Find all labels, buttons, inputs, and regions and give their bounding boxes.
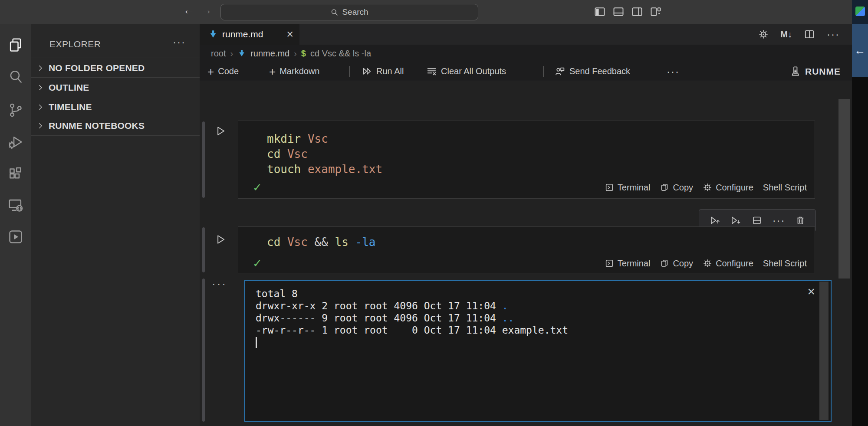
cell-more-actions-icon[interactable]: ··· xyxy=(773,215,786,226)
tab-close-icon[interactable]: × xyxy=(286,29,293,40)
remote-explorer-icon[interactable] xyxy=(7,197,24,213)
search-icon xyxy=(330,8,339,16)
code-line[interactable]: cd Vsc xyxy=(267,147,815,162)
plus-icon: + xyxy=(269,66,276,77)
copy-cell-button[interactable]: Copy xyxy=(660,183,693,193)
markdown-preview-icon[interactable]: M↓ xyxy=(780,29,792,39)
play-icon xyxy=(214,125,227,137)
configure-cell-button[interactable]: Configure xyxy=(703,183,753,193)
source-control-icon[interactable] xyxy=(7,102,24,118)
code-line[interactable]: touch example.txt xyxy=(267,162,815,177)
chevron-right-icon xyxy=(36,122,44,130)
notebook-toolbar: + Code + Markdown Run All Clear All Outp… xyxy=(200,62,852,81)
command-center-search[interactable]: Search xyxy=(220,4,478,20)
output-line: -rw-r--r-- 1 root root 0 Oct 17 11:04 ex… xyxy=(256,324,831,336)
execute-above-icon[interactable] xyxy=(709,215,720,226)
editor-scrollbar-thumb[interactable] xyxy=(838,99,850,279)
code-line[interactable]: mkdir Vsc xyxy=(267,131,815,147)
cell-focus-indicator[interactable] xyxy=(202,121,205,198)
sidebar-section-no-folder-opened[interactable]: NO FOLDER OPENED xyxy=(31,58,200,78)
breadcrumb-root[interactable]: root xyxy=(211,49,226,59)
copy-icon xyxy=(660,183,669,192)
output-scrollbar[interactable] xyxy=(819,282,829,420)
run-and-debug-icon[interactable] xyxy=(7,134,24,151)
history-forward-button[interactable]: → xyxy=(199,3,214,17)
run-all-button[interactable]: Run All xyxy=(362,62,404,81)
notebook-body: mkdir Vsc cd Vsc touch example.txt ✓ Ter… xyxy=(200,81,852,426)
terminal-icon xyxy=(605,183,614,192)
close-output-icon[interactable]: × xyxy=(807,285,815,298)
success-check-icon: ✓ xyxy=(253,257,262,270)
external-window-toolbar: ← xyxy=(852,24,868,77)
breadcrumb-separator: › xyxy=(294,49,297,59)
clear-all-outputs-icon xyxy=(426,66,437,77)
send-feedback-button[interactable]: Send Feedback xyxy=(555,62,630,81)
title-bar: ← → Search xyxy=(0,0,852,24)
cell-status-bar: ✓ Terminal Copy Configure S xyxy=(251,179,807,196)
toolbar-separator xyxy=(349,66,350,77)
cell-focus-indicator[interactable] xyxy=(202,227,205,272)
external-window-tab-strip xyxy=(852,0,868,24)
runme-brand-button[interactable]: RUNME xyxy=(789,62,841,81)
sidebar-section-runme-notebooks[interactable]: RUNME NOTEBOOKS xyxy=(31,116,200,136)
toggle-panel-icon[interactable] xyxy=(612,6,625,18)
add-markdown-cell-button[interactable]: + Markdown xyxy=(269,62,319,81)
output-menu-icon[interactable]: ··· xyxy=(212,277,227,291)
send-feedback-icon xyxy=(555,66,566,77)
cell-language-label[interactable]: Shell Script xyxy=(763,183,807,193)
delete-cell-icon[interactable] xyxy=(795,215,806,226)
run-cell-button[interactable] xyxy=(214,233,227,246)
add-code-cell-button[interactable]: + Code xyxy=(207,62,239,81)
plus-icon: + xyxy=(207,66,214,77)
sidebar-more-actions[interactable]: ··· xyxy=(173,36,186,48)
customize-layout-icon[interactable] xyxy=(650,6,662,18)
sidebar-section-outline[interactable]: OUTLINE xyxy=(31,77,200,97)
sidebar-section-timeline[interactable]: TIMELINE xyxy=(31,97,200,117)
code-cell[interactable]: mkdir Vsc cd Vsc touch example.txt ✓ Ter… xyxy=(238,121,815,199)
toggle-primary-sidebar-icon[interactable] xyxy=(594,6,606,18)
chevron-right-icon xyxy=(36,64,44,72)
toolbar-more-actions-icon[interactable]: ··· xyxy=(667,62,680,81)
history-back-button[interactable]: ← xyxy=(181,3,196,17)
terminal-output[interactable]: total 8 drwxr-xr-x 2 root root 4096 Oct … xyxy=(244,280,832,422)
external-window-edge: ← xyxy=(852,0,868,426)
activity-bar xyxy=(0,24,31,426)
configure-cell-button[interactable]: Configure xyxy=(703,259,753,269)
editor-more-actions-icon[interactable]: ··· xyxy=(827,29,840,39)
tab-runme-md[interactable]: runme.md × xyxy=(200,24,299,45)
play-icon xyxy=(214,233,227,246)
split-editor-icon[interactable] xyxy=(804,29,815,40)
run-cell-button[interactable] xyxy=(214,125,227,137)
breadcrumb: root › runme.md › $ cd Vsc && ls -la xyxy=(200,45,852,62)
tab-label: runme.md xyxy=(222,29,282,39)
runme-file-icon xyxy=(237,49,246,58)
execute-below-icon[interactable] xyxy=(730,215,741,226)
notebook-settings-gear-icon[interactable] xyxy=(758,29,769,39)
copy-cell-button[interactable]: Copy xyxy=(660,259,693,269)
clear-all-outputs-button[interactable]: Clear All Outputs xyxy=(426,62,506,81)
breadcrumb-cell-command[interactable]: cd Vsc && ls -la xyxy=(310,49,371,59)
vscode-window: ← → Search xyxy=(0,0,868,426)
terminal-icon xyxy=(605,259,614,268)
split-cell-icon[interactable] xyxy=(751,215,763,226)
code-line[interactable]: cd Vsc && ls -la xyxy=(267,235,815,250)
search-view-icon[interactable] xyxy=(7,69,24,85)
breadcrumb-file[interactable]: runme.md xyxy=(250,49,289,59)
extensions-icon[interactable] xyxy=(7,166,24,182)
runme-notebooks-icon[interactable] xyxy=(7,229,24,245)
cell-language-label[interactable]: Shell Script xyxy=(763,259,807,269)
external-back-icon[interactable]: ← xyxy=(855,44,866,57)
code-cell[interactable]: cd Vsc && ls -la ✓ Terminal Copy Config xyxy=(238,226,815,273)
gear-icon xyxy=(703,183,712,192)
explorer-sidebar: EXPLORER ··· NO FOLDER OPENED OUTLINE TI… xyxy=(31,24,200,426)
cell-status-bar: ✓ Terminal Copy Configure S xyxy=(251,255,807,272)
chevron-right-icon xyxy=(36,84,44,92)
toggle-secondary-sidebar-icon[interactable] xyxy=(631,6,643,18)
output-line: drwx------ 9 root root 4096 Oct 17 11:04… xyxy=(256,312,831,324)
open-terminal-button[interactable]: Terminal xyxy=(605,259,651,269)
runme-brand-icon xyxy=(789,66,801,77)
search-placeholder: Search xyxy=(342,7,368,17)
explorer-icon[interactable] xyxy=(7,37,24,53)
open-terminal-button[interactable]: Terminal xyxy=(605,183,651,193)
output-focus-indicator[interactable] xyxy=(202,279,205,422)
